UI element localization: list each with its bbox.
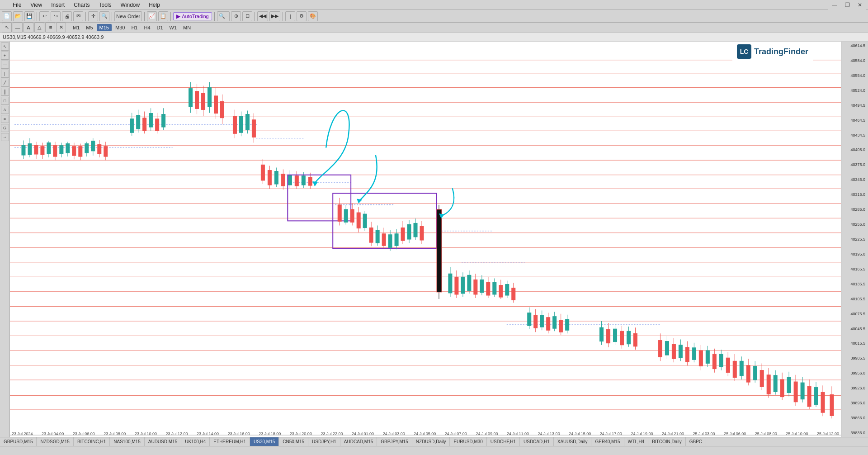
- tab-nas100[interactable]: NAS100,M15: [110, 437, 144, 446]
- svg-rect-86: [220, 101, 224, 118]
- menu-window[interactable]: Window: [119, 1, 142, 9]
- maximize-button[interactable]: ❐: [841, 0, 854, 10]
- tf-w1[interactable]: W1: [167, 24, 180, 31]
- channel-tool[interactable]: ╫: [1, 88, 9, 96]
- mail-button[interactable]: ✉: [73, 11, 83, 21]
- tab-nzdsgd[interactable]: NZDSGD,M15: [37, 437, 73, 446]
- price-label: 39956.0: [842, 371, 867, 375]
- svg-rect-174: [553, 317, 557, 328]
- crosshair-button[interactable]: ✛: [88, 11, 98, 21]
- fibonacci-tool[interactable]: ≡: [1, 115, 9, 123]
- hline-tool[interactable]: —: [1, 61, 9, 69]
- undo-button[interactable]: ↩: [39, 11, 49, 21]
- tf-mn[interactable]: MN: [180, 24, 193, 31]
- trendline-tool[interactable]: ╱: [1, 79, 9, 87]
- save-button[interactable]: 💾: [24, 11, 34, 21]
- zoom-chart-button[interactable]: ⊕: [231, 11, 241, 21]
- svg-rect-102: [281, 174, 285, 186]
- tab-gbpc[interactable]: GBPC: [686, 437, 706, 446]
- menu-file[interactable]: File: [11, 1, 23, 9]
- tf-d1[interactable]: D1: [154, 24, 166, 31]
- open-button[interactable]: 📂: [13, 11, 23, 21]
- tf-m30[interactable]: M30: [113, 24, 127, 31]
- svg-rect-180: [600, 327, 604, 341]
- tab-eurusd[interactable]: EURUSD,M30: [450, 437, 486, 446]
- vline-tool[interactable]: |: [1, 70, 9, 78]
- text-tool[interactable]: A: [24, 23, 33, 33]
- menu-help[interactable]: Help: [147, 1, 162, 9]
- zoom-out-button[interactable]: 🔍−: [217, 11, 230, 21]
- autotrading-button[interactable]: ▶ AutoTrading: [173, 12, 212, 20]
- gann-tool[interactable]: G: [1, 124, 9, 132]
- tab-xauusd[interactable]: XAUUSD,Daily: [554, 437, 592, 446]
- shapes-tool[interactable]: △: [34, 23, 44, 33]
- template-button[interactable]: 📋: [158, 11, 168, 21]
- price-label: 40195.0: [842, 252, 867, 256]
- indicator-button[interactable]: 📈: [147, 11, 157, 21]
- menu-bar: File View Insert Charts Tools Window Hel…: [0, 0, 868, 10]
- svg-rect-144: [448, 274, 452, 293]
- chart-settings[interactable]: ⚙: [297, 11, 307, 21]
- chart-scroll-left[interactable]: ◀◀: [257, 11, 268, 21]
- zoom-in-button[interactable]: 🔍: [99, 11, 109, 21]
- minimize-button[interactable]: —: [828, 0, 841, 10]
- rect-tool[interactable]: □: [1, 97, 9, 105]
- svg-rect-202: [692, 348, 696, 360]
- tab-us30[interactable]: US30,M15: [250, 437, 279, 446]
- menu-insert[interactable]: Insert: [49, 1, 66, 9]
- tf-h1[interactable]: H1: [128, 24, 140, 31]
- svg-rect-140: [420, 227, 424, 240]
- tf-m5[interactable]: M5: [83, 24, 95, 31]
- tf-m15[interactable]: M15: [97, 24, 112, 31]
- tab-ethereum[interactable]: ETHEREUM,H1: [210, 437, 250, 446]
- price-label: 40015.5: [842, 341, 867, 346]
- tab-bitcoin-daily[interactable]: BITCOIN,Daily: [648, 437, 686, 446]
- svg-rect-72: [156, 119, 159, 131]
- close-button[interactable]: ✕: [854, 0, 866, 10]
- color-settings[interactable]: 🎨: [308, 11, 318, 21]
- tab-wtl[interactable]: WTL,H4: [624, 437, 649, 446]
- price-label: 40524.0: [842, 88, 867, 93]
- svg-rect-186: [620, 331, 624, 345]
- tf-m1[interactable]: M1: [70, 24, 82, 31]
- redo-button[interactable]: ↪: [51, 11, 61, 21]
- chart-scroll-right[interactable]: ▶▶: [269, 11, 280, 21]
- svg-rect-138: [414, 223, 417, 237]
- svg-rect-226: [774, 375, 777, 392]
- tab-usdchf[interactable]: USDCHF,H1: [487, 437, 520, 446]
- menu-charts[interactable]: Charts: [72, 1, 91, 9]
- cross-tool[interactable]: +: [1, 52, 9, 60]
- tab-cn50[interactable]: CN50,M15: [279, 437, 308, 446]
- menu-view[interactable]: View: [28, 1, 44, 9]
- fib-tool[interactable]: ≋: [45, 23, 55, 33]
- tab-ger40[interactable]: GER40,M15: [591, 437, 624, 446]
- tab-usdcad[interactable]: USDCAD,H1: [520, 437, 554, 446]
- arrow-tool[interactable]: →: [1, 133, 9, 141]
- chart-zoom-fit[interactable]: ⊟: [242, 11, 252, 21]
- svg-rect-168: [534, 315, 538, 328]
- tab-gbpjpy[interactable]: GBPJPY,M15: [377, 437, 412, 446]
- svg-rect-40: [34, 145, 38, 154]
- new-order-button[interactable]: New Order: [114, 11, 142, 21]
- tab-uk100[interactable]: UK100,H4: [181, 437, 210, 446]
- cursor-draw-tool[interactable]: ↖: [1, 43, 9, 51]
- period-separators[interactable]: |: [285, 11, 295, 21]
- svg-rect-130: [388, 235, 392, 247]
- tab-nzdusd[interactable]: NZDUSD,Daily: [412, 437, 450, 446]
- tf-h4[interactable]: H4: [141, 24, 153, 31]
- svg-rect-240: [821, 392, 825, 412]
- text-draw-tool[interactable]: A: [1, 106, 9, 114]
- print-button[interactable]: 🖨: [62, 11, 72, 21]
- tab-audcad[interactable]: AUDCAD,M15: [340, 437, 377, 446]
- menu-tools[interactable]: Tools: [97, 1, 113, 9]
- line-tool[interactable]: —: [13, 23, 23, 33]
- tab-bitcoinc[interactable]: BITCOINC,H1: [74, 437, 110, 446]
- svg-rect-222: [760, 370, 764, 387]
- new-chart-button[interactable]: 📄: [2, 11, 12, 21]
- tab-usdjpy[interactable]: USDJPY,H1: [308, 437, 340, 446]
- cursor-tool[interactable]: ↖: [2, 23, 12, 33]
- delete-tool[interactable]: ✕: [56, 23, 66, 33]
- tab-audusd[interactable]: AUDUSD,M15: [145, 437, 181, 446]
- chart-canvas[interactable]: LC TradingFinder Price movement below th…: [10, 42, 841, 437]
- tab-gbpusd[interactable]: GBPUSD,M15: [0, 437, 37, 446]
